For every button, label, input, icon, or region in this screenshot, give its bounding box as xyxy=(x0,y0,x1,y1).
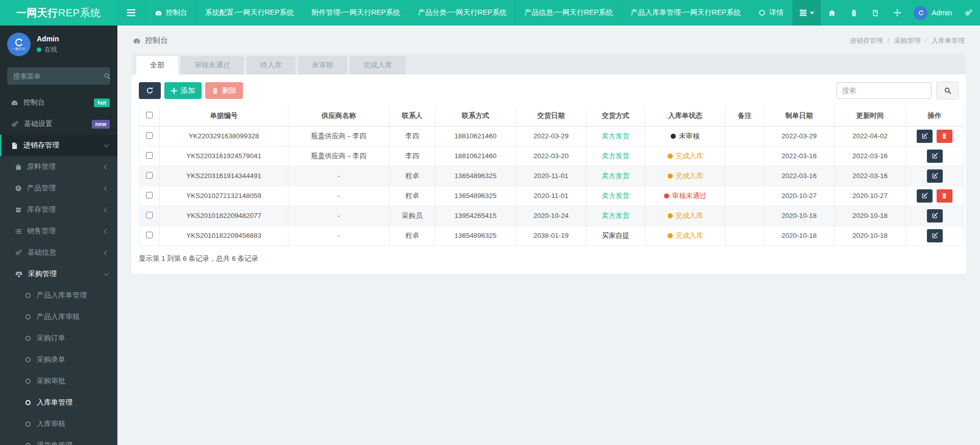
nav-item-attachment-mgmt[interactable]: 附件管理-一网天行REP系统 xyxy=(303,0,409,26)
add-button-label: 添加 xyxy=(181,86,195,95)
sidebar-item-inventory-mgmt[interactable]: 进销存管理 xyxy=(0,135,117,156)
search-icon xyxy=(104,72,111,80)
cell-order-no: YKS2203161914344491 xyxy=(160,166,288,186)
sidebar-item-material-mgmt[interactable]: 原料管理 xyxy=(0,156,117,178)
table-search-button[interactable] xyxy=(936,82,959,100)
sidebar-item-dashboard[interactable]: 控制台 hot xyxy=(0,92,117,113)
sidebar-item-basic-settings[interactable]: 基础设置 new xyxy=(0,113,117,135)
edit-icon xyxy=(921,192,928,199)
sidebar-item-inbound-review[interactable]: 入库审核 xyxy=(0,413,117,435)
col-header-delivery-date[interactable]: 交货日期 xyxy=(516,106,586,126)
tab-unreviewed[interactable]: 未审核 xyxy=(298,56,347,75)
cell-delivery-date: 2038-01-19 xyxy=(516,226,586,245)
table-row: YKS2010182209456883 - 程卓 13654896325 203… xyxy=(139,226,964,245)
plus-icon xyxy=(171,88,177,94)
document-icon xyxy=(11,142,18,150)
col-header-order-no[interactable]: 单据编号 xyxy=(160,106,288,126)
sidebar-toggle-button[interactable] xyxy=(117,0,145,26)
row-checkbox[interactable] xyxy=(146,132,153,139)
sidebar-item-label: 产品入库审核 xyxy=(37,312,117,322)
sidebar-item-stock-mgmt[interactable]: 库存管理 xyxy=(0,199,117,220)
row-delete-button[interactable] xyxy=(937,189,952,203)
row-edit-button[interactable] xyxy=(917,189,933,203)
sidebar-avatar: 一网天行 xyxy=(7,33,31,56)
settings-icon-button[interactable] xyxy=(957,0,980,26)
sidebar-item-inbound-order-mgmt[interactable]: 入库单管理 xyxy=(0,392,117,413)
col-header-status[interactable]: 入库单状态 xyxy=(645,106,726,126)
nav-item-system-config[interactable]: 系统配置-一网天行REP系统 xyxy=(196,0,302,26)
nav-item-product-info[interactable]: 产品信息-一网天行REP系统 xyxy=(515,0,621,26)
status-dot xyxy=(671,134,676,139)
row-checkbox[interactable] xyxy=(146,172,153,179)
nav-item-product-inbound-mgmt[interactable]: 产品入库单管理-一网天行REP系统 xyxy=(622,0,749,26)
sidebar-item-purchase-entry[interactable]: 采购录单 xyxy=(0,349,117,370)
brand-bold: 一网天行 xyxy=(16,6,58,20)
fullscreen-icon-button[interactable] xyxy=(886,0,909,26)
add-button[interactable]: 添加 xyxy=(164,82,202,99)
chevron-left-icon xyxy=(104,229,109,234)
row-checkbox[interactable] xyxy=(146,152,153,159)
cell-contact: 采购员 xyxy=(389,206,435,226)
col-header-phone[interactable]: 联系方式 xyxy=(435,106,516,126)
chevron-down-icon xyxy=(104,142,109,147)
circle-o-icon xyxy=(25,292,31,299)
caret-down-icon xyxy=(810,12,814,14)
nav-item-details[interactable]: 详情 xyxy=(749,0,793,26)
tab-pending-inbound[interactable]: 待入库 xyxy=(247,56,296,75)
select-all-checkbox[interactable] xyxy=(146,112,153,118)
tab-inbound-complete[interactable]: 完成入库 xyxy=(350,56,406,75)
table-row: YK2203291638099328 瓶盖供应商－李四 李四 188106214… xyxy=(139,126,964,146)
row-edit-button[interactable] xyxy=(927,229,943,242)
nav-item-dashboard[interactable]: 控制台 xyxy=(145,0,196,26)
sidebar-item-product-mgmt[interactable]: 产品管理 xyxy=(0,178,117,199)
arrows-move-icon xyxy=(893,9,901,17)
col-header-create-date[interactable]: 制单日期 xyxy=(764,106,835,126)
sidebar-item-label: 原料管理 xyxy=(27,162,105,171)
row-checkbox[interactable] xyxy=(146,192,153,199)
sidebar-item-purchase-approval[interactable]: 采购审批 xyxy=(0,370,117,392)
cell-create-date: 2022-03-16 xyxy=(764,146,835,166)
row-edit-button[interactable] xyxy=(927,169,943,183)
row-checkbox[interactable] xyxy=(146,212,153,218)
col-header-remark[interactable]: 备注 xyxy=(726,106,764,126)
sidebar-item-purchase-order[interactable]: 采购订单 xyxy=(0,328,117,349)
row-edit-button[interactable] xyxy=(927,150,943,163)
row-checkbox[interactable] xyxy=(146,232,153,238)
row-edit-button[interactable] xyxy=(917,130,933,143)
col-header-supplier[interactable]: 供应商名称 xyxy=(288,106,389,126)
delete-button-label: 删除 xyxy=(222,86,236,95)
sidebar-item-product-inbound-order-mgmt[interactable]: 产品入库单管理 xyxy=(0,285,117,306)
refresh-button[interactable] xyxy=(139,82,161,99)
sidebar-item-purchase-mgmt[interactable]: 采购管理 xyxy=(0,263,117,285)
log-icon-button[interactable] xyxy=(865,0,886,26)
table-search-input[interactable] xyxy=(837,82,932,99)
sidebar: 一网天行 Admin 在线 控制台 hot xyxy=(0,26,117,445)
col-header-update-date[interactable]: 更新时间 xyxy=(835,106,906,126)
trash-icon-button[interactable] xyxy=(843,0,865,26)
col-header-contact[interactable]: 联系人 xyxy=(389,106,435,126)
trash-icon xyxy=(212,87,218,94)
row-delete-button[interactable] xyxy=(937,130,952,143)
delete-button[interactable]: 删除 xyxy=(205,82,243,99)
cell-phone: 18810621460 xyxy=(435,126,516,146)
brand-logo[interactable]: 一网天行REP系统 xyxy=(0,0,117,26)
user-menu[interactable]: Admin xyxy=(909,0,957,26)
home-icon-button[interactable] xyxy=(821,0,843,26)
breadcrumb-item[interactable]: 采购管理 xyxy=(894,36,920,45)
tab-all[interactable]: 全部 xyxy=(136,56,178,75)
nav-item-product-category[interactable]: 产品分类-一网天行REP系统 xyxy=(409,0,515,26)
sidebar-item-basic-info[interactable]: 基础信息 xyxy=(0,242,117,263)
row-edit-button[interactable] xyxy=(927,209,943,222)
sidebar-item-sales-mgmt[interactable]: 销售管理 xyxy=(0,220,117,242)
records-summary: 显示第 1 到第 6 条记录，总共 6 条记录 xyxy=(139,254,959,263)
status-badge: 完成入库 xyxy=(668,172,703,180)
gears-icon xyxy=(964,9,973,17)
cell-contact: 李四 xyxy=(389,126,435,146)
breadcrumb-item[interactable]: 进销存管理 xyxy=(850,36,883,45)
col-header-delivery-method[interactable]: 交货方式 xyxy=(586,106,645,126)
tabs-dropdown-button[interactable] xyxy=(793,0,821,26)
tab-review-rejected[interactable]: 审核未通过 xyxy=(181,56,244,75)
sidebar-item-product-inbound-review[interactable]: 产品入库审核 xyxy=(0,306,117,328)
sidebar-search-input[interactable] xyxy=(13,72,104,80)
sidebar-item-return-order-mgmt[interactable]: 退货单管理 xyxy=(0,435,117,445)
